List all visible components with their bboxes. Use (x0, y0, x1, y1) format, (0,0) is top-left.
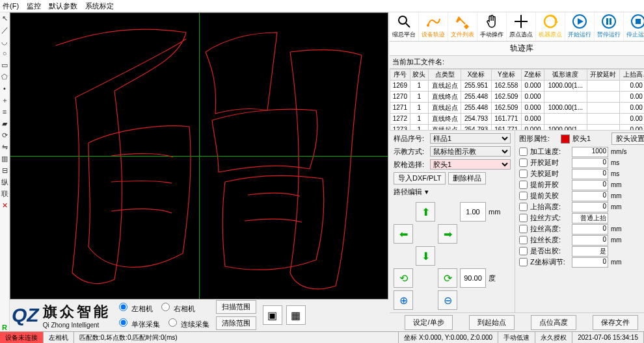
param-label: 加工速度: (530, 147, 569, 157)
param-value[interactable]: 0 (572, 257, 608, 268)
param-unit: mm (611, 181, 626, 188)
table-row[interactable]: 12721直线终点254.793161.7710.0000.00 (390, 113, 645, 124)
tool-plus[interactable]: ＋ (0, 95, 9, 105)
teach-select[interactable]: 鼠标绘图示教 (430, 146, 511, 157)
param-check-3[interactable] (519, 181, 528, 189)
jog-up[interactable]: ⬆ (416, 202, 435, 222)
col-header: 开胶延时 (587, 69, 620, 80)
sample-no-select[interactable]: 样品1 (430, 133, 511, 144)
tool-point[interactable]: • (0, 84, 9, 93)
param-value[interactable]: 普通上抬 (572, 213, 608, 223)
param-check-10[interactable] (519, 258, 528, 266)
param-unit: mm (611, 236, 626, 244)
param-value[interactable]: 0 (572, 180, 608, 190)
glue-select[interactable]: 胶头1 (430, 159, 511, 170)
clear-range-button[interactable]: 清除范围 (216, 316, 256, 330)
toolbtn-play[interactable]: 开始运行 (565, 12, 595, 41)
tool-poly[interactable]: ⬠ (0, 72, 9, 81)
param-value[interactable]: 0 (572, 224, 608, 235)
menu-monitor[interactable]: 监控 (27, 1, 41, 11)
toolbtn-origin[interactable]: 原点选点 (507, 12, 536, 41)
action-btn-1[interactable]: 到起始点 (469, 315, 515, 330)
head-setting-button[interactable]: 胶头设置 (611, 133, 644, 145)
param-check-5[interactable] (519, 203, 528, 211)
single-capture-radio[interactable]: 单张采集 (116, 316, 160, 329)
param-value[interactable]: 0 (572, 235, 608, 246)
jog-down[interactable]: ⬇ (416, 246, 435, 266)
zoom-out-btn[interactable]: ⊖ (438, 290, 457, 310)
tool-pointer[interactable]: ↖ (0, 14, 9, 23)
dropdown-icon[interactable]: ▾ (425, 188, 429, 196)
menu-sys[interactable]: 系统标定 (85, 1, 114, 11)
param-check-4[interactable] (519, 192, 528, 200)
param-label: 是否出胶: (530, 246, 569, 256)
tool-fill[interactable]: ▰ (0, 119, 9, 128)
param-value[interactable]: 0 (572, 191, 608, 201)
param-check-7[interactable] (519, 225, 528, 233)
tool-rect[interactable]: ▭ (0, 60, 9, 70)
tool-x[interactable]: ≡ (0, 107, 9, 116)
toolbtn-tools[interactable]: 文件列表 (448, 12, 477, 41)
col-header: 序号 (390, 69, 410, 80)
table-row[interactable]: 12701直线终点255.448162.5090.0000.00 (390, 91, 645, 102)
param-value[interactable]: 是 (572, 246, 608, 257)
action-btn-2[interactable]: 点位高度 (531, 315, 576, 330)
right-cam-radio[interactable]: 右相机 (158, 301, 195, 314)
jog-right[interactable]: ➡ (438, 224, 457, 244)
menu-params[interactable]: 默认参数 (49, 1, 77, 11)
action-btn-0[interactable]: 设定/单步 (405, 315, 452, 330)
scan-range-button[interactable]: 扫描范围 (216, 300, 256, 314)
jog-angle-input[interactable] (460, 268, 486, 288)
unit-mm: mm (489, 208, 500, 216)
status-match: 匹配数:0,坏点数:0,匹配时间:0(ms) (74, 332, 399, 343)
simulate-button[interactable]: ▦ (286, 305, 306, 325)
table-row[interactable]: 12711直线起点255.448162.5090.0001000.00(1...… (390, 102, 645, 113)
left-cam-radio[interactable]: 左相机 (116, 301, 153, 314)
param-value[interactable]: 0 (572, 169, 608, 179)
tool-close[interactable]: ✕ (0, 201, 9, 210)
col-header: Y坐标 (491, 69, 521, 80)
jog-step-input[interactable] (460, 202, 486, 222)
action-btn-3[interactable]: 保存文件 (593, 315, 638, 330)
table-row[interactable]: 12691直线起点255.951162.5580.0001000.00(1...… (390, 80, 645, 91)
menu-file[interactable]: 件(F) (3, 1, 19, 11)
toolbtn-path[interactable]: 设备轨迹 (419, 12, 448, 41)
toolbtn-zoom[interactable]: 缩总平台 (390, 12, 419, 41)
design-canvas[interactable] (10, 12, 388, 299)
tool-cn1[interactable]: 纵 (0, 177, 9, 186)
tool-mirror[interactable]: ⇋ (0, 142, 9, 151)
param-value[interactable]: 0 (572, 158, 608, 168)
param-value[interactable]: 0 (572, 202, 608, 212)
import-button[interactable]: 导入DXF/PLT (394, 172, 446, 184)
tool-arc[interactable]: ◡ (0, 37, 9, 46)
rotate-cw[interactable]: ⟳ (438, 268, 457, 288)
toolbtn-pause[interactable]: 暂停运行 (595, 12, 624, 41)
status-camera: 左相机 (44, 332, 74, 343)
param-check-0[interactable] (519, 147, 528, 156)
tool-reg[interactable]: R (0, 323, 9, 332)
toolbtn-stop[interactable]: 停止运行 (624, 12, 644, 41)
cont-capture-radio[interactable]: 连续采集 (165, 316, 209, 329)
teach-label: 示教方式: (394, 147, 427, 157)
jog-left[interactable]: ⬅ (394, 224, 413, 244)
fit-extents-button[interactable]: ▣ (263, 305, 282, 325)
delete-sample-button[interactable]: 删除样品 (448, 172, 486, 184)
toolbtn-home[interactable]: 机器原点 (536, 12, 565, 41)
rotate-ccw[interactable]: ⟲ (394, 268, 413, 288)
tool-rotate[interactable]: ⟳ (0, 131, 9, 140)
param-check-2[interactable] (519, 170, 528, 178)
param-check-6[interactable] (519, 214, 528, 222)
toolbtn-hand[interactable]: 手动操作 (477, 12, 507, 41)
param-check-9[interactable] (519, 247, 528, 255)
param-check-1[interactable] (519, 159, 528, 167)
param-check-8[interactable] (519, 236, 528, 244)
tool-line[interactable]: ／ (0, 25, 9, 34)
param-value[interactable]: 1000 (572, 147, 608, 157)
table-row[interactable]: 12731直线起点254.793161.7710.0001000.00(1...… (390, 124, 645, 131)
point-table[interactable]: 序号胶头点类型X坐标Y坐标Z坐标弧形速度开胶延时上抬高…12691直线起点255… (390, 69, 644, 131)
status-device: 设备未连接 (0, 332, 44, 343)
tool-circle[interactable]: ○ (0, 49, 9, 58)
tool-align[interactable]: ▥ (0, 154, 9, 163)
tool-cn2[interactable]: 联 (0, 189, 9, 198)
tool-gap[interactable]: ⊟ (0, 166, 9, 175)
